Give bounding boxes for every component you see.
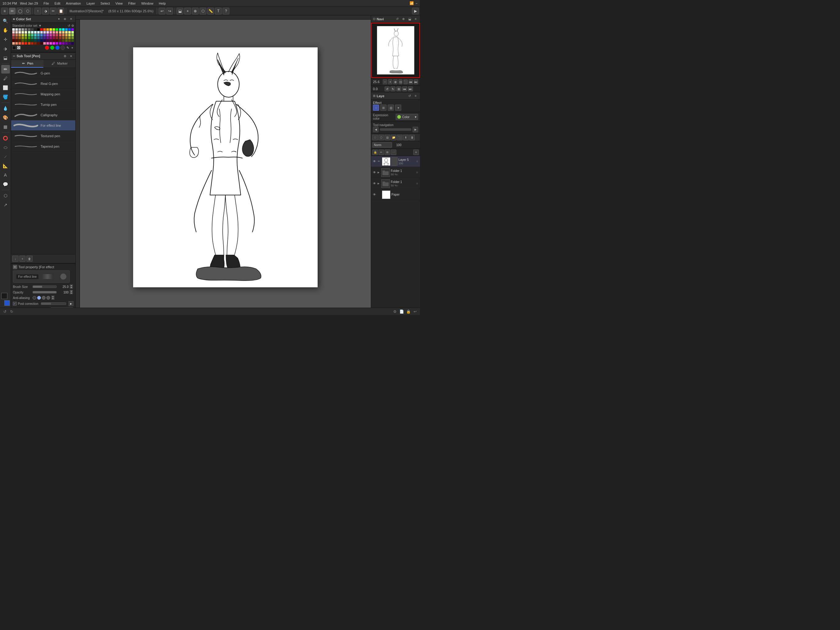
bb-page-icon[interactable]: 📄 [399, 309, 404, 314]
brush-item-effect-line[interactable]: For effect line [11, 120, 75, 131]
color-swatch-54[interactable] [56, 34, 58, 36]
color-swatch-82[interactable] [19, 40, 21, 42]
tool-move[interactable]: ✛ [1, 35, 10, 44]
color-swatch-83[interactable] [22, 40, 24, 42]
toolbar-transform2-btn[interactable]: ⬓ [177, 8, 183, 14]
brush-item-realgpen[interactable]: Real G-pen [11, 78, 75, 89]
brush-item-taperedpen[interactable]: Tapered pen [11, 141, 75, 152]
aa-dot-3[interactable] [46, 296, 50, 300]
color-swatch-31[interactable] [46, 31, 49, 33]
color-swatch-55[interactable] [59, 34, 62, 36]
layer-new-vector-btn[interactable]: ⬡ [379, 135, 384, 140]
color-swatch-6[interactable] [31, 28, 33, 31]
zoom-out-btn[interactable]: − [383, 79, 387, 84]
zoom-reset-btn[interactable]: ⊡ [398, 79, 403, 84]
zoom-full-btn[interactable]: ⬛ [403, 79, 408, 84]
toolbar-cut-btn[interactable]: ✂ [50, 8, 57, 14]
brush-item-turniphen[interactable]: Turnip pen [11, 99, 75, 110]
tool-select[interactable]: ⬓ [1, 54, 10, 62]
bb-lock-icon[interactable]: 🔒 [406, 309, 411, 314]
layer-new-raster-btn[interactable]: □ [373, 135, 378, 140]
bb-back-icon[interactable]: ↩ [413, 309, 418, 314]
color-swatch-80[interactable] [12, 40, 15, 42]
color-swatch-22[interactable] [19, 31, 21, 33]
color-set-search-icon[interactable]: ⊕ [62, 17, 67, 22]
layer5-edit-btn[interactable]: ✏ [377, 159, 381, 164]
color-swatch-13[interactable] [52, 28, 55, 31]
zoom-in-btn[interactable]: + [388, 79, 392, 84]
rotate-ccw-btn[interactable]: ↺ [385, 86, 390, 91]
nav-icon-3[interactable]: ⬓ [407, 17, 412, 22]
color-swatch-112[interactable] [49, 42, 52, 44]
toolbar-ruler-btn[interactable]: 📏 [207, 8, 214, 14]
folder1a-visibility-btn[interactable]: 👁 [373, 171, 377, 175]
color-swatch-69[interactable] [40, 36, 43, 39]
color-swatch-79[interactable] [71, 36, 74, 39]
effect-btn-circle[interactable]: ○ [373, 104, 379, 111]
background-color[interactable] [4, 300, 10, 306]
toolbar-fill-btn[interactable]: ⬡ [199, 8, 206, 14]
tool-polyline[interactable]: ⟋ [1, 152, 10, 161]
color-set-menu-icon[interactable]: ▾ [56, 17, 61, 22]
color-swatch-18[interactable] [68, 28, 71, 31]
main-canvas[interactable] [133, 47, 317, 287]
tool-hand[interactable]: ✋ [1, 26, 10, 35]
layer-merge-btn[interactable]: ⬇ [403, 135, 409, 140]
color-swatch-63[interactable] [22, 36, 24, 39]
layer-action-pen[interactable]: ✏ [379, 149, 384, 155]
tn-nav-slider[interactable] [380, 128, 411, 131]
color-swatch-99[interactable] [71, 40, 74, 42]
menu-window[interactable]: Window [139, 1, 156, 6]
toolbar-transform-btn[interactable]: ⬗ [42, 8, 49, 14]
zoom-fit-btn[interactable]: ⊕ [393, 79, 398, 84]
bb-settings-icon[interactable]: ⚙ [392, 309, 397, 314]
color-swatch-115[interactable] [59, 42, 62, 44]
brush-size-spinner[interactable]: ▲ ▼ [70, 285, 74, 289]
palette-refresh-icon[interactable]: ↺ [68, 24, 70, 27]
color-swatch-117[interactable] [65, 42, 68, 44]
opacity-spinner[interactable]: ▲ ▼ [70, 290, 74, 294]
zoom-nav-btn[interactable]: ⏮ [409, 79, 413, 84]
toolbar-panel-toggle[interactable]: ▶ [412, 8, 419, 14]
tool-gradient[interactable]: ▦ [1, 122, 10, 131]
color-swatch-48[interactable] [37, 34, 39, 36]
brush-item-gpen[interactable]: G-pen [11, 68, 75, 78]
toolbar-poly-btn[interactable]: ⬡ [24, 8, 31, 14]
expr-color-dropdown[interactable]: Color ▾ [396, 114, 418, 120]
layer-settings-icon[interactable]: ≡ [413, 93, 418, 98]
color-swatch-118[interactable] [68, 42, 71, 44]
menu-layer[interactable]: Layer [84, 1, 98, 6]
color-swatch-62[interactable] [19, 36, 21, 39]
layer-item-paper[interactable]: 👁 Paper [371, 189, 420, 200]
layer-action-ref[interactable]: ⊞ [385, 149, 390, 155]
tn-icon-1[interactable]: ◀ [373, 127, 379, 132]
color-swatch-34[interactable] [56, 31, 58, 33]
tool-zoom[interactable]: 🔍 [1, 17, 10, 25]
toolbar-lasso-btn[interactable]: ⊕ [192, 8, 199, 14]
bb-undo-icon[interactable]: ↺ [2, 309, 7, 314]
color-swatch-59[interactable] [71, 34, 74, 36]
aa-dot-1[interactable] [37, 296, 41, 300]
color-swatch-110[interactable] [43, 42, 46, 44]
tool-colorpick[interactable]: 🎨 [1, 113, 10, 122]
folder1b-opts[interactable]: ≡ [416, 182, 419, 186]
paper-visibility-btn[interactable]: 👁 [373, 193, 377, 197]
color-swatch-16[interactable] [62, 28, 65, 31]
canvas-area[interactable] [76, 15, 371, 315]
color-swatch-11[interactable] [46, 28, 49, 31]
color-swatch-103[interactable] [22, 42, 24, 44]
layer-delete-btn[interactable]: 🗑 [409, 135, 415, 140]
aa-spinner[interactable]: ▲ ▼ [51, 296, 55, 300]
aa-dot-0[interactable] [33, 296, 36, 300]
color-swatch-9[interactable] [40, 28, 43, 31]
tn-icon-2[interactable]: ▶ [413, 127, 418, 132]
brush-act-add[interactable]: + [19, 256, 25, 262]
tool-arrow[interactable]: ↗ [1, 201, 10, 209]
color-swatch-116[interactable] [62, 42, 65, 44]
menu-filter[interactable]: Filter [126, 1, 138, 6]
color-swatch-43[interactable] [22, 34, 24, 36]
tool-pen[interactable]: ✏ [1, 65, 10, 73]
toolbar-paste-btn[interactable]: 📋 [57, 8, 64, 14]
color-set-close-icon[interactable]: ✕ [69, 17, 74, 22]
color-swatch-25[interactable] [28, 31, 30, 33]
